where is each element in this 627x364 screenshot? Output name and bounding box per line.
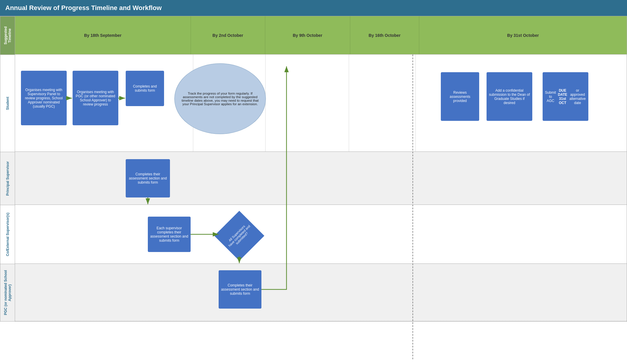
timeline-cell-1: By 18th September	[15, 16, 191, 54]
timeline-row: By 18th September By 2nd October By 9th …	[15, 16, 627, 55]
student-box-1: Organises meeting with Supervisory Panel…	[21, 71, 67, 125]
student-row: Organises meeting with Supervisory Panel…	[15, 55, 627, 152]
timeline-cell-3: By 9th October	[265, 16, 350, 54]
student-box-4: Reviews assessments provided	[441, 72, 479, 121]
timeline-cell-4: By 16th October	[350, 16, 419, 54]
pgc-row-label: PGC (or nominated School Approver)	[0, 264, 15, 321]
page-title: Annual Review of Progress Timeline and W…	[0, 0, 627, 16]
co-row: Each supervisor completes their assessme…	[15, 205, 627, 264]
pgc-row: Completes their assessment section and s…	[15, 264, 627, 321]
principal-row-label: Principal Supervisor	[0, 152, 15, 205]
principal-box: Completes their assessment section and s…	[126, 159, 170, 197]
student-box-3: Completes and submits form	[126, 71, 164, 106]
co-row-label: Co/External Supervisor(s)	[0, 205, 15, 264]
student-row-label: Student	[0, 55, 15, 152]
student-box-6: Submit to AGC DUE DATE 31st OCT or appro…	[543, 72, 588, 121]
diamond-container: All Supervisors have completed and submi…	[219, 215, 260, 256]
row-labels: Suggested Timeline Student Principal Sup…	[0, 16, 15, 321]
student-box-5: Add a confidential submission to the Dea…	[487, 72, 532, 121]
timeline-row-label: Suggested Timeline	[0, 16, 15, 55]
pgc-arrows	[15, 264, 627, 321]
pgc-box: Completes their assessment section and s…	[219, 270, 261, 309]
co-box: Each supervisor completes their assessme…	[148, 217, 191, 252]
principal-arrows	[15, 152, 627, 205]
principal-row: Completes their assessment section and s…	[15, 152, 627, 205]
timeline-cell-2: By 2nd October	[191, 16, 265, 54]
co-arrows	[15, 205, 627, 263]
student-box-2: Organises meeting with PGC (or other nom…	[73, 71, 118, 125]
student-ellipse: Track the progress of your form regularl…	[174, 63, 266, 134]
content-area: By 18th September By 2nd October By 9th …	[15, 16, 627, 321]
timeline-cell-5: By 31st October	[419, 16, 627, 54]
